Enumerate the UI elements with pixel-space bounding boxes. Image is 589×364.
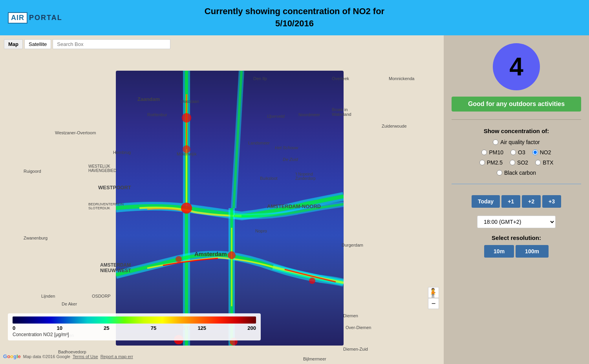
radio-item-o3[interactable]: O3 (510, 149, 525, 155)
aqi-circle: 4 (493, 43, 540, 90)
legend-color-bar (13, 316, 256, 324)
resolution-section: Select resolution: 10m 100m (452, 234, 581, 258)
radio-aqf-label: Air quality factor (500, 139, 540, 145)
satellite-view-button[interactable]: Satellite (24, 39, 51, 49)
report-link[interactable]: Report a map err (101, 354, 133, 359)
radio-item-so2[interactable]: SO2 (510, 159, 528, 166)
legend-unit: Concentration NO2 [μg/m³] (13, 332, 256, 337)
page-title: Currently showing concentration of NO2 f… (205, 5, 384, 30)
radio-aqf[interactable] (493, 139, 498, 145)
radio-o3-label: O3 (518, 149, 525, 155)
divider-2 (452, 184, 581, 184)
svg-point-12 (181, 203, 192, 214)
svg-point-10 (182, 113, 191, 123)
aqi-container: 4 (452, 43, 581, 90)
radio-item-no2[interactable]: NO2 (532, 149, 551, 155)
day-plus1-button[interactable]: +1 (501, 195, 520, 208)
legend-value-200: 200 (247, 325, 256, 331)
radio-pm10-label: PM10 (489, 149, 503, 155)
legend-value-10: 10 (57, 325, 62, 331)
legend: 0 10 25 75 125 200 Concentration NO2 [μg… (8, 313, 261, 340)
resolution-title: Select resolution: (452, 234, 581, 241)
resolution-buttons: 10m 100m (452, 245, 581, 258)
radio-pm25[interactable] (479, 160, 485, 165)
time-select-wrapper: 18:00 (GMT+2) 12:00 (GMT+2) 06:00 (GMT+2… (452, 216, 581, 228)
terms-link[interactable]: Terms of Use (73, 354, 98, 359)
search-input[interactable] (53, 39, 170, 49)
day-today-button[interactable]: Today (472, 195, 500, 208)
radio-item-btx[interactable]: BTX (535, 159, 553, 166)
legend-value-0: 0 (13, 325, 15, 331)
radio-item-bc[interactable]: Black carbon (497, 170, 536, 176)
time-select[interactable]: 18:00 (GMT+2) 12:00 (GMT+2) 06:00 (GMT+2… (477, 216, 556, 228)
radio-no2[interactable] (532, 150, 538, 155)
concentration-section: Show concentration of: Air quality facto… (452, 128, 581, 176)
legend-labels: 0 10 25 75 125 200 (13, 325, 256, 331)
legend-value-25: 25 (104, 325, 109, 331)
logo: AIR PORTAL (8, 12, 62, 24)
radio-row-pm25-so2-btx: PM2.5 SO2 BTX (479, 159, 554, 166)
radio-pm10[interactable] (481, 150, 487, 155)
radio-o3[interactable] (510, 150, 516, 155)
right-panel: 4 Good for any outdoors activities Show … (444, 35, 589, 364)
radio-btx-label: BTX (543, 159, 553, 166)
logo-air-text: AIR (8, 12, 27, 24)
radio-pm25-label: PM2.5 (487, 159, 503, 166)
map-area[interactable]: Map Satellite (0, 35, 444, 364)
google-logo-text: Google (3, 353, 21, 359)
radio-item-pm10[interactable]: PM10 (481, 149, 503, 155)
map-data-text: Map data ©2016 Google (23, 354, 70, 359)
radio-no2-label: NO2 (540, 149, 551, 155)
day-plus3-button[interactable]: +3 (542, 195, 561, 208)
concentration-title: Show concentration of: (452, 128, 581, 134)
main-layout: Map Satellite (0, 35, 589, 364)
day-plus2-button[interactable]: +2 (522, 195, 541, 208)
radio-so2[interactable] (510, 160, 515, 165)
air-quality-badge: Good for any outdoors activities (452, 97, 581, 112)
radio-item-pm25[interactable]: PM2.5 (479, 159, 503, 166)
map-controls: Map Satellite (4, 39, 170, 49)
legend-value-125: 125 (198, 325, 206, 331)
day-buttons: Today +1 +2 +3 (452, 195, 581, 208)
map-view-button[interactable]: Map (4, 39, 23, 49)
aqi-value: 4 (509, 52, 523, 81)
divider-1 (452, 119, 581, 120)
radio-group: Air quality factor PM10 O3 NO2 (452, 139, 581, 176)
radio-row-aqf: Air quality factor (493, 139, 540, 145)
svg-point-17 (309, 278, 315, 284)
logo-portal-text: PORTAL (29, 14, 62, 22)
svg-point-13 (228, 251, 236, 259)
radio-row-pm10-o3-no2: PM10 O3 NO2 (481, 149, 551, 155)
radio-row-bc: Black carbon (497, 170, 536, 176)
svg-point-11 (183, 145, 190, 153)
svg-point-14 (176, 256, 182, 262)
radio-btx[interactable] (535, 160, 541, 165)
legend-value-75: 75 (151, 325, 156, 331)
zoom-out-button[interactable]: − (428, 298, 439, 309)
resolution-10m-button[interactable]: 10m (484, 245, 514, 258)
radio-item-aqf[interactable]: Air quality factor (493, 139, 540, 145)
street-view-icon[interactable]: 🧍 (428, 288, 438, 298)
resolution-100m-button[interactable]: 100m (516, 245, 549, 258)
heatmap-svg (116, 71, 344, 346)
header: AIR PORTAL Currently showing concentrati… (0, 0, 589, 35)
heatmap-overlay (116, 71, 344, 346)
radio-so2-label: SO2 (517, 159, 528, 166)
radio-bc[interactable] (497, 170, 502, 176)
radio-bc-label: Black carbon (504, 170, 536, 176)
google-attribution: Google Map data ©2016 Google Terms of Us… (0, 352, 136, 361)
